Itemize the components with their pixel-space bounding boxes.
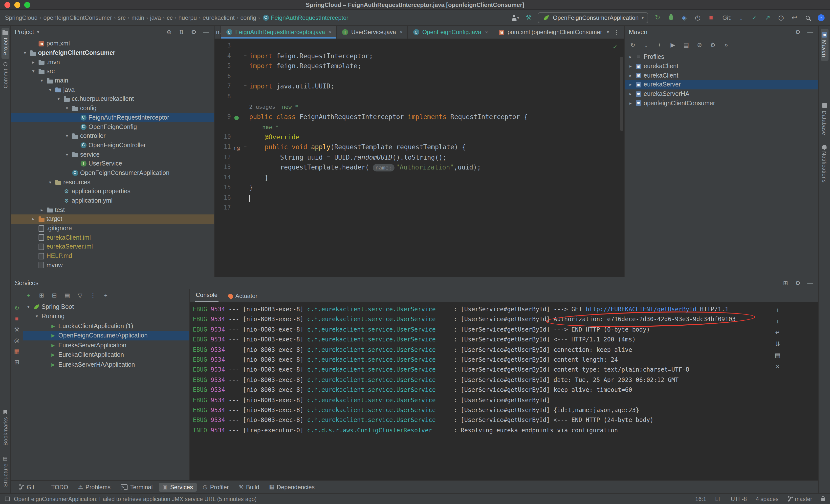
breadcrumb-item[interactable]: SpringCloud bbox=[5, 14, 38, 21]
profiler-icon[interactable]: ◷ bbox=[694, 14, 702, 21]
file-encoding[interactable]: UTF-8 bbox=[731, 496, 747, 502]
stripe-tab-bookmarks[interactable]: Bookmarks bbox=[1, 406, 9, 449]
heap-dump-icon[interactable]: ▦ bbox=[13, 348, 21, 354]
service-tree-item[interactable]: ▾Running bbox=[23, 311, 189, 321]
more-icon[interactable]: » bbox=[722, 41, 730, 48]
chevron-down-icon[interactable]: ▾ bbox=[25, 304, 32, 309]
breadcrumb-item[interactable]: FeignAuthRequestInterceptor bbox=[262, 13, 349, 22]
status-message[interactable]: OpenFeignConsumerApplication: Failed to … bbox=[14, 496, 257, 502]
bottom-tab-problems[interactable]: ⚠Problems bbox=[74, 482, 115, 492]
maven-goal-icon[interactable]: ▤ bbox=[682, 42, 690, 48]
tab-actuator[interactable]: Actuator bbox=[227, 291, 258, 302]
project-tree-item[interactable]: ▾cc.huerpu.eurekaclient bbox=[11, 94, 214, 103]
project-tree-item[interactable]: OpenFeignConsumerApplication bbox=[11, 168, 214, 177]
window-icon[interactable] bbox=[5, 497, 10, 501]
project-tree-item[interactable]: ▾main bbox=[11, 76, 214, 85]
settings-icon[interactable]: ⚙ bbox=[709, 42, 717, 48]
chevron-right-icon[interactable]: ▸ bbox=[30, 60, 37, 65]
override-gutter-icon[interactable]: ↑ bbox=[233, 145, 236, 152]
chevron-right-icon[interactable]: ▸ bbox=[627, 64, 634, 69]
project-tree-item[interactable]: application.properties bbox=[11, 187, 214, 196]
tab-console[interactable]: Console bbox=[195, 290, 219, 302]
caret-position[interactable]: 16:1 bbox=[695, 496, 706, 502]
service-tree-item[interactable]: OpenFeignConsumerApplication bbox=[23, 331, 189, 340]
project-panel-title[interactable]: Project bbox=[15, 29, 34, 36]
update-available-icon[interactable]: ↑ bbox=[817, 14, 825, 21]
rerun-icon[interactable]: ↻ bbox=[654, 14, 662, 21]
chevron-down-icon[interactable]: ▾ bbox=[21, 51, 29, 55]
project-tree-item[interactable]: ▸test bbox=[11, 205, 214, 214]
stripe-tab-maven[interactable]: Maven bbox=[820, 29, 828, 61]
chevron-right-icon[interactable]: ▸ bbox=[627, 82, 634, 87]
console-output[interactable]: EBUG 9534 --- [nio-8003-exec-8] c.h.eure… bbox=[190, 302, 768, 480]
editor-scrollbar[interactable] bbox=[620, 57, 624, 131]
project-tree-item[interactable]: UserService bbox=[11, 159, 214, 168]
git-history-icon[interactable]: ◷ bbox=[777, 14, 785, 21]
breadcrumb-item[interactable]: main bbox=[131, 14, 145, 21]
bottom-tab-dependencies[interactable]: ▦Dependencies bbox=[265, 482, 319, 492]
close-icon[interactable]: × bbox=[485, 29, 488, 36]
chevron-right-icon[interactable]: ▸ bbox=[38, 207, 45, 212]
project-tree-item[interactable]: FeignAuthRequestInterceptor bbox=[11, 113, 214, 122]
options-icon[interactable]: ⋮ bbox=[89, 293, 97, 298]
chevron-down-icon[interactable]: ▾ bbox=[63, 152, 71, 157]
fold-marker[interactable]: − bbox=[242, 143, 248, 154]
settings-icon[interactable]: ⚙ bbox=[190, 29, 198, 35]
project-tree-item[interactable]: application.yml bbox=[11, 196, 214, 205]
settings-icon[interactable]: ⚙ bbox=[794, 29, 802, 35]
project-tree-item[interactable]: ▸target bbox=[11, 214, 214, 224]
editor-tab[interactable]: UserService.java× bbox=[337, 26, 408, 38]
skip-tests-icon[interactable]: ⊘ bbox=[696, 42, 703, 48]
stripe-tab-commit[interactable]: Commit bbox=[1, 59, 9, 92]
project-tree-item[interactable]: ▾java bbox=[11, 85, 214, 94]
run-config-select[interactable]: OpenFeignConsumerApplication ▾ bbox=[538, 12, 648, 23]
thread-dump-icon[interactable]: ◎ bbox=[13, 337, 21, 343]
download-sources-icon[interactable]: ↓ bbox=[642, 42, 650, 48]
add-service-icon[interactable]: + bbox=[25, 293, 33, 298]
indent-style[interactable]: 4 spaces bbox=[756, 496, 778, 502]
git-update-icon[interactable]: ↓ bbox=[737, 14, 745, 21]
breadcrumb-item[interactable]: java bbox=[150, 14, 161, 21]
chevron-down-icon[interactable]: ▾ bbox=[63, 106, 71, 111]
editor-tab[interactable]: pom.xml (openfeignClientConsumer)× bbox=[493, 26, 602, 38]
git-branch-widget[interactable]: master bbox=[788, 496, 812, 502]
service-tree-item[interactable]: EurekaClientApplication bbox=[23, 350, 189, 360]
maven-tree-item[interactable]: ▸openfeignClientConsumer bbox=[625, 99, 818, 108]
search-icon[interactable] bbox=[804, 15, 812, 20]
project-tree-item[interactable]: ▾controller bbox=[11, 131, 214, 141]
editor-tab[interactable]: FeignAuthRequestInterceptor.java× bbox=[221, 26, 337, 38]
stripe-tab-project[interactable]: Project bbox=[1, 28, 9, 59]
breadcrumb-item[interactable]: openfeignClientConsumer bbox=[43, 14, 112, 21]
hide-icon[interactable]: — bbox=[202, 29, 210, 35]
chevron-right-icon[interactable]: ▸ bbox=[627, 55, 634, 60]
float-icon[interactable]: ⊞ bbox=[781, 280, 790, 286]
hide-icon[interactable]: — bbox=[806, 29, 814, 35]
expand-all-icon[interactable]: ⊞ bbox=[38, 293, 45, 298]
reload-icon[interactable]: ↻ bbox=[629, 42, 637, 48]
chevron-down-icon[interactable]: ▾ bbox=[63, 133, 71, 138]
fold-marker[interactable]: − bbox=[242, 174, 248, 184]
service-tree-item[interactable]: ▾Spring Boot bbox=[23, 302, 189, 311]
bottom-tab-profiler[interactable]: ◷Profiler bbox=[199, 482, 232, 492]
project-tree-item[interactable]: eurekaClient.iml bbox=[11, 233, 214, 242]
undo-icon[interactable]: ↩ bbox=[791, 14, 798, 21]
stripe-tab-database[interactable]: Database bbox=[820, 99, 828, 138]
rerun-icon[interactable]: ↻ bbox=[13, 305, 21, 311]
service-tree-item[interactable]: EurekaServerApplication bbox=[23, 340, 189, 350]
breadcrumb-item[interactable]: config bbox=[241, 14, 256, 21]
spring-bean-gutter-icon[interactable] bbox=[234, 116, 239, 120]
project-tree-item[interactable]: OpenFeignConfig bbox=[11, 122, 214, 131]
chevron-down-icon[interactable]: ▾ bbox=[30, 69, 37, 74]
bottom-tab-git[interactable]: Git bbox=[15, 482, 38, 492]
bottom-tab-terminal[interactable]: >_Terminal bbox=[117, 482, 156, 492]
project-tree-item[interactable]: ▾openfeignClientConsumer bbox=[11, 48, 214, 57]
git-commit-icon[interactable]: ✓ bbox=[751, 14, 758, 21]
settings-icon[interactable]: ⚙ bbox=[794, 280, 802, 286]
project-tree-item[interactable]: mvnw bbox=[11, 261, 214, 270]
maven-tree-item[interactable]: ▸eurekaServerHA bbox=[625, 90, 818, 99]
chevron-down-icon[interactable]: ▾ bbox=[46, 88, 54, 92]
scroll-to-end-icon[interactable]: ⇊ bbox=[774, 341, 781, 347]
hidden-tabs-icon[interactable]: ▾ bbox=[607, 30, 609, 35]
fold-marker[interactable]: − bbox=[242, 52, 248, 62]
maven-tree-item[interactable]: ▸eurekaClient bbox=[625, 71, 818, 80]
